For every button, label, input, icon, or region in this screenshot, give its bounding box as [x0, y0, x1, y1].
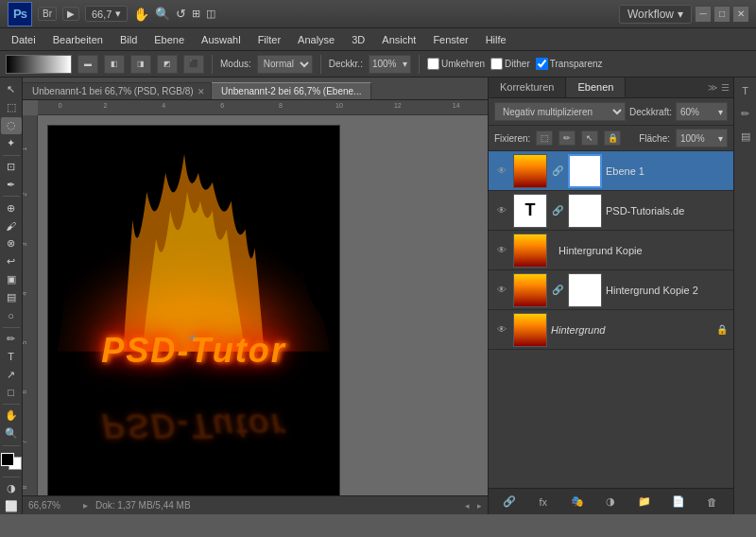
fg-bg-color-selector[interactable]	[1, 453, 22, 470]
layer-mask-btn[interactable]: 🎭	[567, 493, 588, 511]
workflow-badge[interactable]: Workflow ▾	[619, 5, 692, 24]
zoom-control[interactable]: 66,7 ▾	[85, 6, 128, 22]
layer-item-psd[interactable]: 👁 T 🔗 PSD-Tutorials.de	[489, 191, 733, 231]
lock-move-btn[interactable]: ↖	[581, 130, 598, 146]
umkehren-checkbox[interactable]	[427, 58, 439, 70]
lock-transparent-btn[interactable]: ⬚	[536, 130, 553, 146]
layer-item-hk[interactable]: 👁 Hintergrund Kopie	[489, 231, 733, 270]
new-layer-btn[interactable]: 📄	[668, 493, 689, 511]
menu-ebene[interactable]: Ebene	[146, 32, 192, 47]
dodge-tool[interactable]: ○	[1, 307, 22, 324]
lasso-tool[interactable]: ◌	[1, 117, 22, 134]
dither-checkbox[interactable]	[490, 58, 503, 70]
link-layers-btn[interactable]: 🔗	[499, 493, 520, 511]
path-selection-tool[interactable]: ↗	[1, 366, 22, 383]
umkehren-label[interactable]: Umkehren	[427, 58, 485, 70]
transparenz-checkbox[interactable]	[536, 58, 548, 70]
magic-wand-tool[interactable]: ✦	[1, 135, 22, 152]
delete-layer-btn[interactable]: 🗑	[702, 493, 723, 511]
shape-btn-5[interactable]: ⬛	[183, 55, 204, 74]
zoom-tool[interactable]: 🔍	[1, 425, 22, 442]
bridge-btn[interactable]: Br	[38, 7, 57, 21]
eyedropper-tool[interactable]: ✒	[1, 176, 22, 193]
menu-datei[interactable]: Datei	[4, 32, 43, 47]
right-side-icons: T ✏ ▤	[733, 78, 756, 514]
menu-ansicht[interactable]: Ansicht	[374, 32, 423, 47]
layer-visibility-hk2[interactable]: 👁	[494, 283, 509, 298]
selection-tool[interactable]: ⬚	[1, 99, 22, 116]
opacity-input[interactable]: 60% ▾	[676, 102, 728, 121]
text-tool[interactable]: T	[1, 348, 22, 365]
panel-menu-icon[interactable]: ☰	[721, 82, 730, 93]
menu-fenster[interactable]: Fenster	[425, 32, 475, 47]
screen-mode-icon[interactable]: ◫	[206, 8, 215, 20]
layer-item-hintergrund[interactable]: 👁 Hintergrund 🔒	[489, 310, 733, 350]
panel-expand-icon[interactable]: ≫	[708, 82, 717, 93]
rotate-tool-icon[interactable]: ↺	[176, 7, 186, 21]
menu-auswahl[interactable]: Auswahl	[194, 32, 249, 47]
zoom-tool-icon[interactable]: 🔍	[155, 7, 170, 21]
close-button[interactable]: ✕	[733, 7, 748, 22]
transparenz-label[interactable]: Transparenz	[536, 58, 603, 70]
heal-tool[interactable]: ⊕	[1, 199, 22, 217]
modus-select[interactable]: Normal	[257, 55, 313, 74]
zoom-unit: ▾	[115, 8, 121, 20]
brush-tool[interactable]: 🖌	[1, 217, 22, 234]
pen-tool[interactable]: ✏	[1, 330, 22, 347]
canvas-scroll[interactable]: PSD-Tutor PSD-Tutor +	[38, 115, 488, 495]
status-nav-left-icon[interactable]: ◂	[465, 501, 470, 511]
right-icon-layers[interactable]: ▤	[736, 127, 755, 146]
move-tool[interactable]: ↖	[1, 81, 22, 98]
minimize-button[interactable]: ─	[696, 7, 711, 22]
eraser-tool[interactable]: ▣	[1, 271, 22, 288]
foreground-color[interactable]	[1, 453, 14, 466]
gradient-tool[interactable]: ▤	[1, 289, 22, 306]
layer-visibility-psd[interactable]: 👁	[494, 203, 509, 218]
menu-bild[interactable]: Bild	[112, 32, 145, 47]
layer-visibility-hintergrund[interactable]: 👁	[494, 322, 509, 338]
quick-mask-btn[interactable]: ◑	[1, 479, 22, 496]
gradient-preview[interactable]	[6, 55, 72, 74]
shape-btn-2[interactable]: ◧	[104, 55, 125, 74]
tab-ebenen[interactable]: Ebenen	[566, 78, 626, 97]
shape-tool[interactable]: □	[1, 384, 22, 401]
menu-filter[interactable]: Filter	[250, 32, 288, 47]
tab-document-2[interactable]: Unbenannt-2 bei 66,7% (Ebene...	[212, 82, 371, 99]
hand-tool-icon[interactable]: ✋	[133, 7, 149, 22]
layer-item-hk2[interactable]: 👁 🔗 Hintergrund Kopie 2	[489, 270, 733, 310]
right-icon-brush[interactable]: ✏	[736, 104, 755, 123]
tab-korrekturen[interactable]: Korrekturen	[489, 78, 566, 97]
adjustment-layer-btn[interactable]: ◑	[600, 493, 621, 511]
layer-visibility-hk[interactable]: 👁	[494, 243, 509, 258]
lock-paint-btn[interactable]: ✏	[558, 130, 576, 146]
history-tool[interactable]: ↩	[1, 253, 22, 270]
layer-visibility-ebene1[interactable]: 👁	[494, 164, 509, 179]
shape-btn-1[interactable]: ▬	[77, 55, 98, 74]
menu-analyse[interactable]: Analyse	[290, 32, 342, 47]
blend-mode-select[interactable]: Negativ multiplizieren	[494, 102, 626, 121]
mini-bridge-btn[interactable]: ▶	[62, 7, 79, 21]
menu-3d[interactable]: 3D	[344, 32, 372, 47]
tab-document-1[interactable]: Unbenannt-1 bei 66,7% (PSD, RGB/8) ✕	[23, 82, 212, 99]
status-triangle-icon[interactable]: ▸	[83, 500, 88, 511]
right-icon-text[interactable]: T	[736, 81, 755, 100]
arrange-icon[interactable]: ⊞	[192, 8, 200, 20]
restore-button[interactable]: □	[714, 7, 730, 22]
tab-1-close-icon[interactable]: ✕	[198, 87, 205, 96]
deckkr-input[interactable]: 100% ▾	[369, 55, 411, 74]
status-nav-right-icon[interactable]: ▸	[477, 501, 482, 511]
screen-mode-btn[interactable]: ⬜	[1, 497, 22, 514]
menu-bearbeiten[interactable]: Bearbeiten	[45, 32, 111, 47]
shape-btn-4[interactable]: ◩	[157, 55, 178, 74]
layer-item-ebene1[interactable]: 👁 🔗 Ebene 1	[489, 151, 733, 191]
group-layers-btn[interactable]: 📁	[634, 493, 655, 511]
layer-style-btn[interactable]: fx	[533, 493, 554, 511]
clone-tool[interactable]: ⊗	[1, 235, 22, 252]
shape-btn-3[interactable]: ◨	[130, 55, 151, 74]
hand-tool[interactable]: ✋	[1, 407, 22, 424]
fill-input[interactable]: 100% ▾	[676, 129, 728, 147]
lock-all-btn[interactable]: 🔒	[604, 130, 621, 146]
dither-label[interactable]: Dither	[490, 58, 530, 70]
menu-hilfe[interactable]: Hilfe	[478, 32, 514, 47]
crop-tool[interactable]: ⊡	[1, 159, 22, 176]
